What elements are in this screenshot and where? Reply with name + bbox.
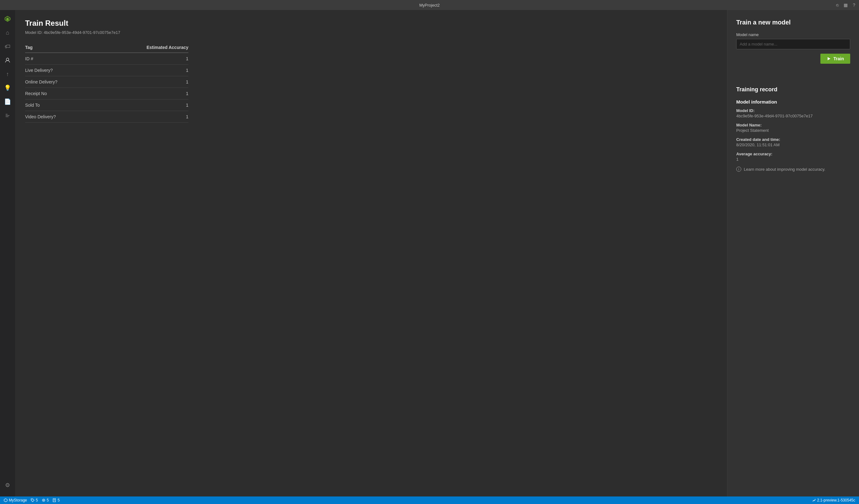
cell-accuracy: 1 (96, 76, 189, 88)
svg-point-8 (32, 499, 32, 500)
svg-marker-6 (828, 57, 830, 60)
table-row: Receipt No1 (25, 88, 189, 100)
avg-accuracy-value: 1 (736, 157, 850, 162)
info-circle-icon: i (736, 167, 741, 172)
sidebar-item-connections[interactable]: ↑ (1, 68, 14, 80)
training-record-title: Training record (736, 86, 850, 93)
created-label: Created date and time: (736, 137, 850, 142)
cell-tag: Sold To (25, 100, 96, 111)
col-accuracy: Estimated Accuracy (96, 42, 189, 53)
model-id-label: Model ID: (736, 108, 850, 113)
svg-point-10 (43, 500, 44, 501)
tag-count: 5 (31, 498, 38, 502)
cell-accuracy: 1 (96, 65, 189, 76)
cell-tag: ID # (25, 53, 96, 65)
main-panel: Train Result Model ID: 4bc9e5fe-953e-49d… (15, 10, 727, 497)
table-row: Video Delivery?1 (25, 111, 189, 123)
model-id-value: 4bc9e5fe-953e-49d4-9701-97c0075e7e17 (736, 113, 850, 118)
sidebar-item-run[interactable]: 💡 (1, 81, 14, 94)
svg-line-16 (814, 499, 815, 501)
sidebar: ⌂ 🏷 ↑ 💡 📄 ⚙ (0, 10, 15, 497)
sidebar-item-model[interactable] (1, 54, 14, 66)
model-id-row: Model ID: 4bc9e5fe-953e-49d4-9701-97c007… (736, 108, 850, 118)
title-bar: MyProject2 ⎋ ▦ ? (0, 0, 859, 10)
connection-count: 5 (42, 498, 49, 502)
status-bar: MyStorage 5 5 5 2.1-preview.1-530545c (0, 497, 859, 504)
learn-more-row: i Learn more about improving model accur… (736, 167, 850, 172)
layout-icon[interactable]: ▦ (844, 2, 848, 7)
help-icon[interactable]: ? (853, 2, 855, 7)
model-name-label-record: Model Name: (736, 123, 850, 127)
sidebar-item-tools[interactable] (1, 109, 14, 122)
cell-tag: Online Delivery? (25, 76, 96, 88)
svg-point-2 (6, 58, 9, 61)
svg-point-9 (42, 499, 45, 502)
sidebar-item-logo[interactable] (1, 13, 14, 25)
cell-tag: Video Delivery? (25, 111, 96, 123)
content-area: Train Result Model ID: 4bc9e5fe-953e-49d… (15, 10, 859, 497)
page-title: Train Result (25, 19, 717, 28)
avg-accuracy-label: Average accuracy: (736, 152, 850, 156)
sidebar-item-documents[interactable]: 📄 (1, 95, 14, 108)
cell-tag: Receipt No (25, 88, 96, 100)
right-panel: Train a new model Model name Train Train… (727, 10, 859, 497)
sidebar-item-settings[interactable]: ⚙ (1, 479, 14, 491)
result-table: Tag Estimated Accuracy ID #1Live Deliver… (25, 42, 189, 123)
learn-more-text: Learn more about improving model accurac… (744, 167, 825, 172)
svg-marker-1 (6, 18, 9, 21)
model-name-label: Model name (736, 32, 850, 37)
cell-accuracy: 1 (96, 53, 189, 65)
sidebar-item-tag[interactable]: 🏷 (1, 40, 14, 53)
app-body: ⌂ 🏷 ↑ 💡 📄 ⚙ Train Result Model ID: 4bc9e… (0, 10, 859, 497)
model-info-title: Model information (736, 99, 850, 105)
train-button[interactable]: Train (820, 54, 850, 64)
train-new-model-title: Train a new model (736, 19, 850, 26)
model-id-text: Model ID: 4bc9e5fe-953e-49d4-9701-97c007… (25, 30, 717, 35)
cell-tag: Live Delivery? (25, 65, 96, 76)
app-title: MyProject2 (419, 3, 439, 7)
created-row: Created date and time: 8/20/2020, 11:51:… (736, 137, 850, 147)
sidebar-item-home[interactable]: ⌂ (1, 26, 14, 39)
created-value: 8/20/2020, 11:51:01 AM (736, 142, 850, 147)
main-model-id-value: 4bc9e5fe-953e-49d4-9701-97c0075e7e17 (44, 30, 120, 35)
model-name-value: Project Statement (736, 128, 850, 133)
cell-accuracy: 1 (96, 100, 189, 111)
storage-name: MyStorage (4, 498, 27, 502)
table-row: Online Delivery?1 (25, 76, 189, 88)
table-row: ID #1 (25, 53, 189, 65)
model-name-row: Model Name: Project Statement (736, 123, 850, 133)
model-name-input[interactable] (736, 39, 850, 49)
table-row: Live Delivery?1 (25, 65, 189, 76)
version-info: 2.1-preview.1-530545c (812, 498, 855, 502)
svg-marker-7 (4, 499, 7, 502)
share-icon[interactable]: ⎋ (836, 2, 839, 7)
cell-accuracy: 1 (96, 111, 189, 123)
table-row: Sold To1 (25, 100, 189, 111)
cell-accuracy: 1 (96, 88, 189, 100)
avg-accuracy-row: Average accuracy: 1 (736, 152, 850, 162)
col-tag: Tag (25, 42, 96, 53)
document-count: 5 (52, 498, 60, 502)
